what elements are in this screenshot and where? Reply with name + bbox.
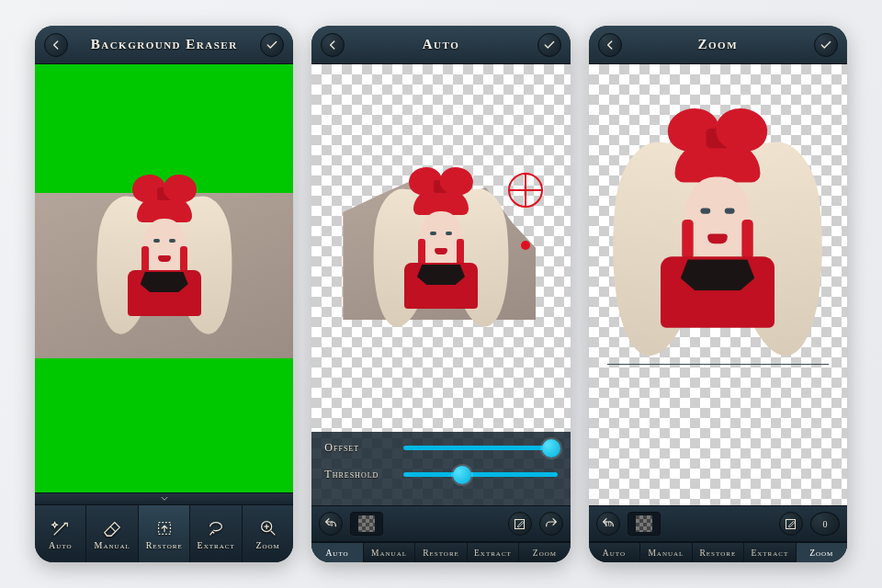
back-button[interactable] bbox=[44, 33, 68, 57]
chevron-left-icon bbox=[50, 39, 62, 51]
bg-preview-chip[interactable] bbox=[628, 512, 661, 536]
mode-tabs: Auto Manual Restore Extract Zoom bbox=[311, 542, 570, 562]
baseline-guide bbox=[607, 364, 829, 365]
tool-label: Manual bbox=[95, 540, 130, 550]
edit-button[interactable] bbox=[779, 512, 803, 536]
tool-restore[interactable]: Restore bbox=[139, 505, 190, 562]
tab-zoom[interactable]: Zoom bbox=[797, 543, 847, 562]
zoom-dial[interactable]: 0 bbox=[810, 512, 840, 536]
edit-button[interactable] bbox=[508, 512, 532, 536]
tool-extract[interactable]: Extract bbox=[190, 505, 242, 562]
screen-title: Auto bbox=[345, 37, 537, 52]
check-icon bbox=[820, 39, 832, 51]
checker-swatch-icon bbox=[358, 515, 375, 532]
wand-icon bbox=[51, 518, 71, 538]
undo-button[interactable]: 4 bbox=[319, 512, 343, 536]
check-icon bbox=[543, 39, 556, 51]
bottom-toolbar: Auto Manual Restore Extract Zoom bbox=[35, 505, 293, 562]
redo-icon bbox=[544, 516, 559, 531]
tab-manual[interactable]: Manual bbox=[364, 543, 415, 562]
screen-title: Zoom bbox=[622, 37, 814, 52]
confirm-button[interactable] bbox=[537, 33, 561, 57]
slider-panel: Offset Threshold bbox=[311, 432, 570, 505]
threshold-slider[interactable]: Threshold bbox=[324, 468, 557, 481]
back-button[interactable] bbox=[598, 33, 622, 57]
titlebar: Auto bbox=[311, 26, 570, 64]
confirm-button[interactable] bbox=[260, 33, 284, 57]
tool-label: Auto bbox=[49, 540, 72, 550]
undo-count: 10 bbox=[605, 520, 612, 528]
back-button[interactable] bbox=[321, 33, 345, 57]
slider-thumb[interactable] bbox=[453, 466, 471, 484]
eraser-icon bbox=[102, 518, 122, 538]
action-bar: 4 bbox=[311, 505, 570, 542]
titlebar: Zoom bbox=[589, 26, 847, 64]
tool-zoom[interactable]: Zoom bbox=[243, 505, 293, 562]
chevron-left-icon bbox=[326, 39, 339, 51]
mode-tabs: Auto Manual Restore Extract Zoom bbox=[589, 542, 847, 562]
slider-track[interactable] bbox=[403, 446, 557, 450]
tab-extract[interactable]: Extract bbox=[468, 543, 519, 562]
bg-preview-chip[interactable] bbox=[350, 512, 383, 536]
tab-manual[interactable]: Manual bbox=[640, 543, 692, 562]
editor-canvas[interactable]: Offset Threshold bbox=[311, 64, 570, 505]
checker-swatch-icon bbox=[636, 515, 652, 532]
screen-auto: Auto Offset Threshold bbox=[311, 26, 570, 562]
tool-manual[interactable]: Manual bbox=[86, 505, 138, 562]
check-icon bbox=[266, 39, 278, 51]
tab-zoom[interactable]: Zoom bbox=[519, 543, 570, 562]
restore-icon bbox=[154, 518, 175, 538]
titlebar: Background Eraser bbox=[35, 26, 293, 64]
zoom-value: 0 bbox=[822, 519, 827, 529]
tool-label: Zoom bbox=[255, 540, 279, 550]
photo-region bbox=[35, 193, 293, 358]
tab-restore[interactable]: Restore bbox=[415, 543, 467, 562]
slider-track[interactable] bbox=[403, 472, 557, 477]
offset-slider[interactable]: Offset bbox=[324, 441, 557, 455]
subject-person bbox=[604, 108, 831, 328]
tool-label: Restore bbox=[146, 540, 183, 550]
magnifier-icon bbox=[258, 518, 278, 538]
confirm-button[interactable] bbox=[814, 33, 838, 57]
chevron-down-icon bbox=[156, 494, 173, 503]
screen-title: Background Eraser bbox=[68, 37, 260, 52]
screen-zoom: Zoom 10 0 Auto Manual bbox=[589, 26, 847, 562]
tab-auto[interactable]: Auto bbox=[311, 543, 363, 562]
tool-label: Extract bbox=[198, 540, 235, 550]
tab-extract[interactable]: Extract bbox=[744, 543, 796, 562]
chevron-left-icon bbox=[604, 39, 616, 51]
toolbar-handle[interactable] bbox=[35, 492, 293, 505]
slider-label: Offset bbox=[324, 441, 394, 455]
slider-thumb[interactable] bbox=[542, 439, 560, 458]
undo-button[interactable]: 10 bbox=[596, 512, 620, 536]
redo-button[interactable] bbox=[539, 512, 563, 536]
pencil-square-icon bbox=[513, 517, 526, 531]
pencil-square-icon bbox=[784, 517, 797, 531]
subject-person bbox=[91, 175, 238, 316]
screen-background-eraser: Background Eraser Auto Manual bbox=[35, 26, 293, 562]
slider-label: Threshold bbox=[324, 468, 394, 481]
subject-person bbox=[368, 167, 514, 309]
tab-auto[interactable]: Auto bbox=[589, 543, 640, 562]
tool-auto[interactable]: Auto bbox=[35, 505, 86, 562]
action-bar: 10 0 bbox=[589, 505, 847, 542]
lasso-icon bbox=[206, 518, 226, 538]
undo-count: 4 bbox=[329, 520, 333, 528]
tab-restore[interactable]: Restore bbox=[693, 543, 744, 562]
editor-canvas[interactable] bbox=[35, 64, 293, 492]
editor-canvas[interactable] bbox=[589, 64, 847, 505]
